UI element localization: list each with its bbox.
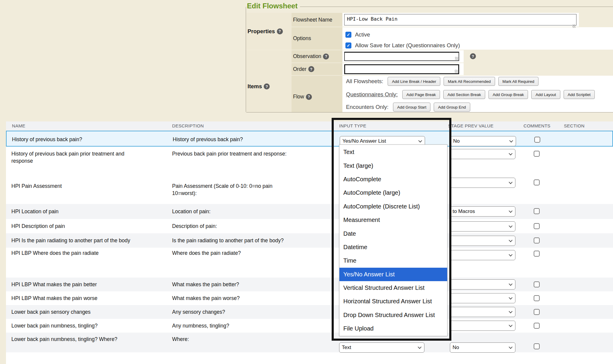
flowsheet-name-input[interactable]	[344, 14, 576, 25]
table-row[interactable]: Lower back pain sensory changes Any sens…	[6, 305, 613, 319]
dropdown-option-date[interactable]: Date	[339, 227, 447, 240]
table-row[interactable]: Lower back pain numbness, tingling? Wher…	[6, 333, 613, 352]
table-row[interactable]: Lower back pain numbness, tingling? Any …	[6, 319, 613, 333]
row-name: Lower back pain sensory changes	[11, 308, 146, 316]
order-input[interactable]	[344, 64, 459, 74]
table-row[interactable]: History of previous back pain prior trea…	[6, 147, 613, 175]
comments-checkbox[interactable]	[534, 179, 540, 185]
flowsheet-items-table: NAMEDESCRIPTIONINPUT TYPESTAGE PREV VALU…	[6, 121, 613, 364]
row-name: Lower back pain numbness, tingling?	[11, 322, 146, 329]
comments-checkbox[interactable]	[534, 281, 540, 287]
row-name: HPI LBP What makes the pain better	[11, 281, 146, 288]
add-layout-button[interactable]: Add Layout	[531, 90, 560, 99]
observation-label-cell: Observation ?	[292, 50, 342, 63]
comments-checkbox[interactable]	[534, 223, 540, 229]
add-line-break-header-button[interactable]: Add Line Break / Header	[388, 77, 440, 86]
add-group-start-button[interactable]: Add Group Start	[393, 103, 431, 112]
comments-checkbox[interactable]	[534, 137, 540, 143]
allow-save-checkbox-label: Allow Save for Later (Questionnaires Onl…	[355, 42, 460, 49]
items-help-icon[interactable]: ?	[264, 83, 270, 89]
column-header-section: SECTION	[564, 123, 585, 128]
mark-all-recommended-button[interactable]: Mark All Recommended	[444, 77, 495, 86]
column-header-input-type: INPUT TYPE	[339, 123, 366, 128]
dropdown-option-text[interactable]: Text	[339, 145, 447, 159]
dropdown-option-drop-down-structured-answer-list[interactable]: Drop Down Structured Answer List	[339, 308, 447, 322]
row-name: HPI LBP What makes the pain worse	[11, 295, 146, 302]
stage-prev-value-select[interactable]	[450, 178, 515, 188]
mark-all-required-button[interactable]: Mark All Required	[498, 77, 539, 86]
column-header-name: NAME	[12, 123, 25, 128]
stage-prev-value-select[interactable]	[450, 149, 515, 159]
stage-prev-value-select[interactable]	[450, 307, 515, 317]
flow-group-label: All Flowsheets:	[346, 78, 383, 85]
comments-checkbox[interactable]	[534, 251, 540, 257]
chevron-down-icon	[418, 345, 422, 349]
dropdown-option-autocomplete-large-[interactable]: AutoComplete (large)	[339, 186, 447, 199]
row-description: Location of pain:	[172, 208, 298, 215]
comments-checkbox[interactable]	[534, 151, 540, 157]
option-active-row: ✓ Active	[345, 31, 370, 38]
comments-checkbox[interactable]	[534, 295, 540, 301]
add-group-break-button[interactable]: Add Group Break	[488, 90, 528, 99]
table-row[interactable]: HPI LBP Where does the pain radiate Wher…	[6, 248, 613, 278]
resize-grip-icon[interactable]	[572, 25, 576, 28]
allow-save-checkbox[interactable]: ✓	[345, 42, 351, 48]
table-row[interactable]: HPI Pain Assessment Pain Assessment (Sca…	[6, 175, 613, 204]
stage-prev-value-select[interactable]	[450, 236, 515, 246]
observation-field-help-icon[interactable]: ?	[470, 53, 476, 59]
order-help-icon[interactable]: ?	[308, 66, 314, 72]
dropdown-option-horizontal-structured-answer-list[interactable]: Horizontal Structured Answer List	[339, 295, 447, 308]
dropdown-option-yes-no-answer-list[interactable]: Yes/No Answer List	[339, 268, 447, 281]
add-scriptlet-button[interactable]: Add Scriptlet	[564, 90, 595, 99]
chevron-down-icon	[509, 323, 513, 327]
properties-label: Properties	[248, 28, 275, 35]
chevron-down-icon	[509, 224, 513, 228]
column-header-comments: COMMENTS	[524, 123, 550, 128]
row-description: Previous back pain prior treatment and r…	[172, 150, 298, 157]
dropdown-option-vertical-structured-answer-list[interactable]: Vertical Structured Answer List	[339, 281, 447, 295]
table-row[interactable]: HPI Is the pain radiating to another par…	[6, 233, 613, 248]
dropdown-option-text-large-[interactable]: Text (large)	[339, 159, 447, 172]
stage-prev-value-select[interactable]	[450, 293, 515, 303]
page-title: Edit Flowsheet	[246, 2, 300, 10]
flow-help-icon[interactable]: ?	[306, 94, 312, 100]
comments-checkbox[interactable]	[534, 343, 540, 349]
observation-label: Observation	[293, 53, 321, 60]
table-row[interactable]: History of previous back pain? History o…	[6, 131, 613, 147]
observation-input[interactable]	[344, 52, 459, 61]
add-group-end-button[interactable]: Add Group End	[434, 103, 470, 112]
chevron-down-icon	[509, 152, 513, 156]
stage-prev-value-select[interactable]	[450, 221, 515, 232]
chevron-down-icon	[509, 139, 513, 143]
comments-checkbox[interactable]	[534, 323, 540, 329]
stage-prev-value-select[interactable]: No	[450, 136, 516, 146]
input-type-select[interactable]: Text	[339, 342, 424, 353]
dropdown-option-autocomplete-discrete-list-[interactable]: AutoComplete (Discrete List)	[339, 200, 447, 213]
table-row[interactable]: HPI LBP What makes the pain better What …	[6, 278, 613, 291]
row-name: HPI LBP Where does the pain radiate	[11, 249, 146, 257]
stage-prev-value-select[interactable]	[450, 279, 515, 290]
properties-help-icon[interactable]: ?	[277, 28, 283, 34]
dropdown-option-datetime[interactable]: Datetime	[339, 240, 447, 254]
dropdown-option-autocomplete[interactable]: AutoComplete	[339, 173, 447, 186]
comments-checkbox[interactable]	[534, 309, 540, 315]
stage-prev-value-select[interactable]	[450, 321, 515, 331]
input-type-dropdown-list: TextText (large)AutoCompleteAutoComplete…	[339, 144, 447, 336]
dropdown-option-time[interactable]: Time	[339, 254, 447, 267]
table-row[interactable]: HPI LBP What makes the pain worse What m…	[6, 291, 613, 305]
observation-help-icon[interactable]: ?	[323, 54, 329, 60]
stage-prev-value-select[interactable]: to Macros	[450, 206, 515, 217]
add-page-break-button[interactable]: Add Page Break	[402, 90, 440, 99]
table-row[interactable]: HPI Description of pain Description of p…	[6, 219, 613, 233]
dropdown-option-measurement[interactable]: Measurement	[339, 213, 447, 227]
comments-checkbox[interactable]	[534, 208, 540, 214]
active-checkbox[interactable]: ✓	[345, 32, 351, 38]
dropdown-option-file-upload[interactable]: File Upload	[339, 322, 447, 335]
flow-group: All Flowsheets:Add Line Break / HeaderMa…	[346, 77, 538, 86]
row-description: Any numbness, tingling?	[172, 322, 298, 329]
stage-prev-value-select[interactable]	[450, 250, 515, 260]
table-row[interactable]: HPI Location of pain Location of pain: t…	[6, 204, 613, 219]
comments-checkbox[interactable]	[534, 237, 540, 243]
stage-prev-value-select[interactable]: No	[450, 342, 515, 353]
add-section-break-button[interactable]: Add Section Break	[443, 90, 485, 99]
